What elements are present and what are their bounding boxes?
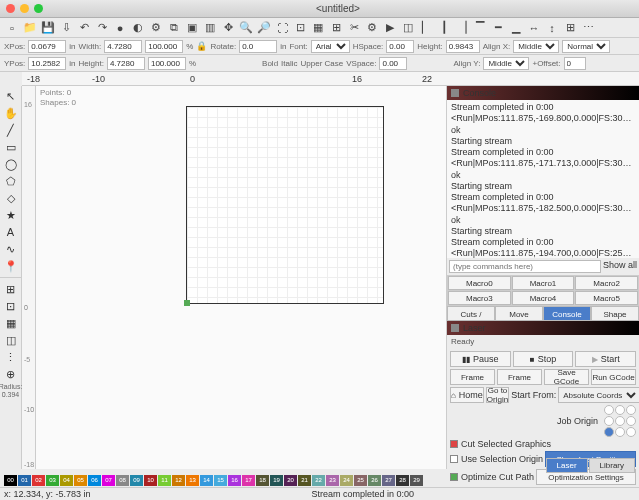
normal-select[interactable]: Normal [562, 40, 610, 53]
uppercase-toggle[interactable]: Upper Case [301, 59, 344, 68]
open-file-icon[interactable]: 📁 [22, 20, 38, 36]
layer-color-04[interactable]: 04 [60, 475, 73, 486]
macro-4-button[interactable]: Macro4 [512, 291, 575, 305]
undo-icon[interactable]: ↶ [76, 20, 92, 36]
layer-color-05[interactable]: 05 [74, 475, 87, 486]
xpos-input[interactable] [28, 40, 66, 53]
layer-color-12[interactable]: 12 [172, 475, 185, 486]
offset-input[interactable] [564, 57, 586, 70]
layer-color-01[interactable]: 01 [18, 475, 31, 486]
text-tool[interactable]: A [2, 224, 20, 240]
star-tool[interactable]: ★ [2, 207, 20, 223]
height-text-input[interactable] [446, 40, 480, 53]
minimize-window[interactable] [20, 4, 29, 13]
font-select[interactable]: Arial [311, 40, 350, 53]
zoom-sel-icon[interactable]: ⊡ [292, 20, 308, 36]
macro-2-button[interactable]: Macro2 [575, 276, 638, 290]
ellipse-tool[interactable]: ◯ [2, 156, 20, 172]
rect-tool[interactable]: ▭ [2, 139, 20, 155]
align-l-icon[interactable]: ▏ [418, 20, 434, 36]
move-icon[interactable]: ✥ [220, 20, 236, 36]
aux-tool-5[interactable]: ⊕ [2, 366, 20, 382]
close-window[interactable] [6, 4, 15, 13]
layer-color-14[interactable]: 14 [200, 475, 213, 486]
tab-cutslayers[interactable]: Cuts / Layers [447, 306, 495, 321]
layer-color-15[interactable]: 15 [214, 475, 227, 486]
macro-3-button[interactable]: Macro3 [448, 291, 511, 305]
job-origin-grid[interactable] [604, 405, 636, 437]
aux-tool-4[interactable]: ⋮ [2, 349, 20, 365]
layer-color-29[interactable]: 29 [410, 475, 423, 486]
layer-color-23[interactable]: 23 [326, 475, 339, 486]
save-file-icon[interactable]: 💾 [40, 20, 56, 36]
goto-origin-button[interactable]: Go to Origin [486, 387, 509, 403]
work-area[interactable] [186, 106, 384, 304]
polygon-tool[interactable]: ⬠ [2, 173, 20, 189]
layer-color-03[interactable]: 03 [46, 475, 59, 486]
pause-button[interactable]: ▮▮ Pause [450, 351, 511, 367]
arrange-icon[interactable]: ◫ [400, 20, 416, 36]
layer-color-22[interactable]: 22 [312, 475, 325, 486]
new-file-icon[interactable]: ▫ [4, 20, 20, 36]
tab-shapeproperties[interactable]: Shape Properties [591, 306, 639, 321]
hspace-input[interactable] [386, 40, 414, 53]
ypos-input[interactable] [28, 57, 66, 70]
globe2-icon[interactable]: ◐ [130, 20, 146, 36]
layer-color-07[interactable]: 07 [102, 475, 115, 486]
layer-color-02[interactable]: 02 [32, 475, 45, 486]
dist-v-icon[interactable]: ↕ [544, 20, 560, 36]
italic-toggle[interactable]: Italic [281, 59, 297, 68]
run-gcode-button[interactable]: Run GCode [591, 369, 636, 385]
align-m-icon[interactable]: ━ [490, 20, 506, 36]
zoom-fit-icon[interactable]: ⛶ [274, 20, 290, 36]
hand-tool[interactable]: ✋ [2, 105, 20, 121]
redo-icon[interactable]: ↷ [94, 20, 110, 36]
height-input[interactable] [107, 57, 145, 70]
aux-tool-0[interactable]: ⊞ [2, 281, 20, 297]
align-r-icon[interactable]: ▕ [454, 20, 470, 36]
zoom-out-icon[interactable]: 🔎 [256, 20, 272, 36]
layer-colors[interactable]: 0001020304050607080910111213141516171819… [0, 474, 439, 487]
lock-icon[interactable]: 🔒 [196, 41, 207, 51]
layer-color-13[interactable]: 13 [186, 475, 199, 486]
layer-color-27[interactable]: 27 [382, 475, 395, 486]
align-t-icon[interactable]: ▔ [472, 20, 488, 36]
showall-label[interactable]: Show all [603, 260, 637, 273]
startfrom-select[interactable]: Absolute Coords [558, 387, 639, 403]
zoom-in-icon[interactable]: 🔍 [238, 20, 254, 36]
group-icon[interactable]: ▣ [184, 20, 200, 36]
layer-color-20[interactable]: 20 [284, 475, 297, 486]
tab-console[interactable]: Console [543, 306, 591, 321]
pointer-tool[interactable]: ↖ [2, 88, 20, 104]
console-input[interactable] [449, 260, 601, 273]
aux-tool-1[interactable]: ⊡ [2, 298, 20, 314]
macro-0-button[interactable]: Macro0 [448, 276, 511, 290]
layer-color-16[interactable]: 16 [228, 475, 241, 486]
bottom-tab-laser[interactable]: Laser [546, 458, 588, 473]
frame-circ-button[interactable]: Frame [497, 369, 542, 385]
layer-color-10[interactable]: 10 [144, 475, 157, 486]
aux-tool-2[interactable]: ▦ [2, 315, 20, 331]
layer-color-06[interactable]: 06 [88, 475, 101, 486]
optimize-cut-check[interactable]: Optimize Cut Path [450, 472, 534, 482]
height-pct[interactable] [148, 57, 186, 70]
bottom-tab-library[interactable]: Library [589, 458, 635, 473]
width-pct[interactable] [145, 40, 183, 53]
tab-move[interactable]: Move [495, 306, 543, 321]
settings-icon[interactable]: ⚙ [148, 20, 164, 36]
globe-icon[interactable]: ● [112, 20, 128, 36]
path-tool[interactable]: ∿ [2, 241, 20, 257]
zoom-window[interactable] [34, 4, 43, 13]
layer-color-21[interactable]: 21 [298, 475, 311, 486]
misc-icon[interactable]: ⋯ [580, 20, 596, 36]
settings2-icon[interactable]: ✂ [346, 20, 362, 36]
layer-color-19[interactable]: 19 [270, 475, 283, 486]
align-b-icon[interactable]: ▁ [508, 20, 524, 36]
layer-color-17[interactable]: 17 [242, 475, 255, 486]
stop-button[interactable]: ■ Stop [513, 351, 574, 367]
layer-color-11[interactable]: 11 [158, 475, 171, 486]
preview-icon[interactable]: ▶ [382, 20, 398, 36]
macro-5-button[interactable]: Macro5 [575, 291, 638, 305]
macro-1-button[interactable]: Macro1 [512, 276, 575, 290]
canvas-area[interactable]: 160-5-10-18 Points: 0 Shapes: 0 [22, 86, 447, 469]
